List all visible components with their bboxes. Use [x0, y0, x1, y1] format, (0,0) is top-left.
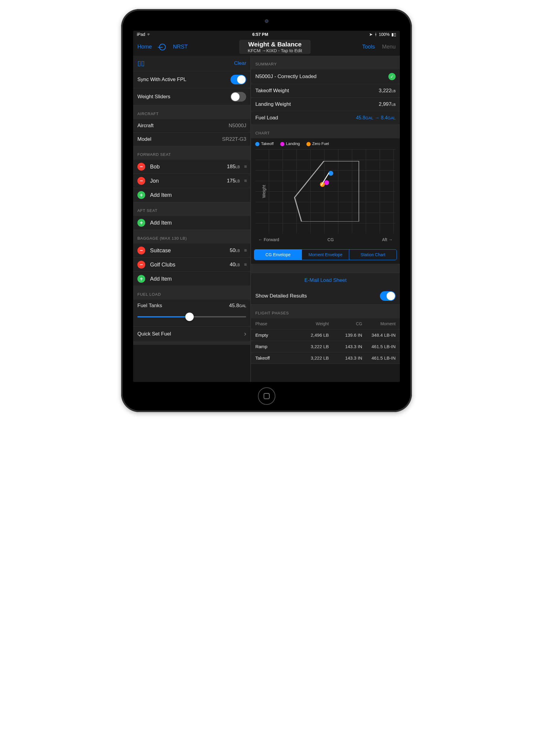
baggage-item[interactable]: Golf Clubs 40LB ≡ — [133, 258, 251, 272]
add-icon[interactable] — [137, 219, 145, 227]
sliders-row[interactable]: Weight Sliders — [133, 88, 251, 105]
fuel-load-row: Fuel Load 45.8GAL → 8.4GAL — [251, 111, 400, 125]
fuel-tanks-row: Fuel Tanks 45.8GAL — [133, 300, 251, 326]
page-title: Weight & Balance — [248, 41, 302, 48]
email-load-sheet[interactable]: E-Mail Load Sheet — [251, 273, 400, 287]
takeoff-dot-icon — [255, 142, 259, 146]
forward-seat-item[interactable]: Jon 175LB ≡ — [133, 174, 251, 188]
sync-row[interactable]: Sync With Active FPL — [133, 71, 251, 88]
drag-icon[interactable]: ≡ — [244, 178, 246, 184]
drag-icon[interactable]: ≡ — [244, 164, 246, 169]
book-icon[interactable]: ▯▯ — [137, 59, 145, 67]
drag-icon[interactable]: ≡ — [244, 248, 246, 253]
add-baggage-item[interactable]: Add Item — [133, 272, 251, 286]
add-icon[interactable] — [137, 275, 145, 283]
battery-percent: 100% — [379, 32, 389, 37]
table-row: Ramp3,222 LB143.3 IN461.5 LB-IN — [251, 341, 400, 352]
x-aft-label: Aft → — [382, 237, 393, 242]
seg-station-chart[interactable]: Station Chart — [349, 250, 396, 260]
baggage-header: BAGGAGE (MAX 130 LB) — [133, 230, 251, 244]
home-hardware-button[interactable] — [258, 387, 275, 405]
remove-icon[interactable] — [137, 177, 145, 185]
time: 6:57 PM — [252, 32, 268, 37]
detailed-toggle[interactable] — [380, 291, 396, 301]
flight-phases-header: FLIGHT PHASES — [251, 305, 400, 318]
top-row: ▯▯ Clear — [133, 56, 251, 71]
sync-label: Sync With Active FPL — [137, 77, 187, 83]
remove-icon[interactable] — [137, 261, 145, 269]
menu-button[interactable]: Menu — [382, 44, 396, 50]
sliders-label: Weight Sliders — [137, 94, 170, 100]
direct-to-icon[interactable] — [159, 44, 166, 50]
seg-moment-envelope[interactable]: Moment Envelope — [302, 250, 350, 260]
forward-seat-item[interactable]: Bob 185LB ≡ — [133, 160, 251, 174]
phases-table-header: Phase Weight CG Moment — [251, 318, 400, 330]
chart-type-selector[interactable]: CG Envelope Moment Envelope Station Char… — [254, 249, 397, 260]
remove-icon[interactable] — [137, 163, 145, 171]
landing-weight-row: Landing Weight 2,997LB — [251, 98, 400, 111]
aircraft-row[interactable]: Aircraft N5000J — [133, 119, 251, 133]
nrst-button[interactable]: NRST — [173, 44, 188, 50]
svg-marker-0 — [295, 161, 359, 222]
bluetooth-icon: ᚼ — [375, 32, 377, 37]
y-axis-label: Weight — [261, 185, 266, 198]
landing-dot-icon — [280, 142, 284, 146]
add-forward-item[interactable]: Add Item — [133, 188, 251, 202]
x-forward-label: ← Forward — [258, 237, 279, 242]
status-bar: iPadᯤ 6:57 PM ➤ᚼ100%▮▯ — [133, 31, 400, 38]
seg-cg-envelope[interactable]: CG Envelope — [254, 250, 302, 260]
add-icon[interactable] — [137, 191, 145, 199]
sliders-toggle[interactable] — [230, 92, 246, 102]
page-subtitle: KFCM →KIXD - Tap to Edit — [248, 48, 302, 53]
check-icon: ✓ — [388, 73, 396, 80]
chart-header: CHART — [251, 125, 400, 138]
load-status-row: N5000J - Correctly Loaded ✓ — [251, 69, 400, 84]
takeoff-weight-row: Takeoff Weight 3,222LB — [251, 84, 400, 98]
sync-toggle[interactable] — [230, 75, 246, 84]
x-cg-label: CG — [328, 237, 334, 242]
forward-seat-header: FORWARD SEAT — [133, 146, 251, 160]
wifi-icon: ᯤ — [147, 32, 151, 37]
model-row[interactable]: Model SR22T-G3 — [133, 133, 251, 146]
add-aft-item[interactable]: Add Item — [133, 216, 251, 230]
cg-chart: Takeoff Landing Zero Fuel Weight ← Forwa… — [251, 138, 400, 260]
clear-button[interactable]: Clear — [234, 60, 247, 66]
baggage-item[interactable]: Suitcase 50LB ≡ — [133, 244, 251, 258]
chart-legend: Takeoff Landing Zero Fuel — [251, 138, 400, 149]
zerofuel-dot-icon — [306, 142, 311, 146]
home-button[interactable]: Home — [137, 44, 152, 50]
fuel-tanks-label: Fuel Tanks — [137, 303, 162, 309]
remove-icon[interactable] — [137, 247, 145, 255]
battery-icon: ▮▯ — [391, 32, 396, 37]
chevron-right-icon — [244, 330, 246, 338]
summary-header: SUMMARY — [251, 56, 400, 69]
title-button[interactable]: Weight & Balance KFCM →KIXD - Tap to Edi… — [239, 40, 311, 54]
quick-set-fuel[interactable]: Quick Set Fuel — [133, 326, 251, 342]
aft-seat-header: AFT SEAT — [133, 202, 251, 216]
device-label: iPad — [137, 32, 145, 37]
detailed-results-row[interactable]: Show Detailed Results — [251, 287, 400, 305]
location-icon: ➤ — [369, 32, 373, 37]
drag-icon[interactable]: ≡ — [244, 262, 246, 267]
aircraft-header: AIRCRAFT — [133, 105, 251, 119]
svg-line-1 — [321, 173, 329, 185]
nav-bar: Home NRST Weight & Balance KFCM →KIXD - … — [133, 38, 400, 56]
fuel-slider[interactable] — [137, 312, 246, 321]
tools-button[interactable]: Tools — [362, 44, 375, 50]
fuel-load-header: FUEL LOAD — [133, 286, 251, 300]
table-row: Takeoff3,222 LB143.3 IN461.5 LB-IN — [251, 352, 400, 364]
table-row: Empty2,496 LB139.6 IN348.4 LB-IN — [251, 330, 400, 341]
